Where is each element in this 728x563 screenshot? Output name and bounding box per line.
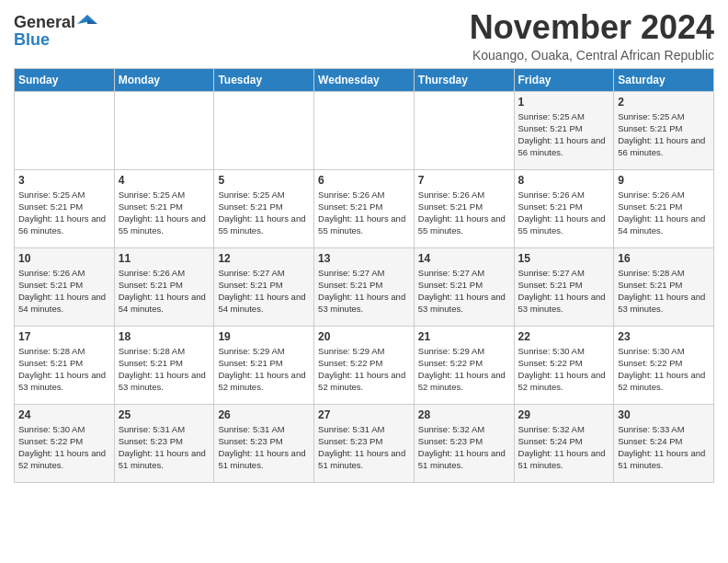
day-number: 20 [318,330,410,343]
day-info: Sunrise: 5:26 AM Sunset: 5:21 PM Dayligh… [618,189,710,237]
day-info: Sunrise: 5:28 AM Sunset: 5:21 PM Dayligh… [618,267,710,316]
calendar-cell: 15Sunrise: 5:27 AM Sunset: 5:21 PM Dayli… [514,247,614,326]
day-number: 5 [218,174,310,187]
calendar-header-cell: Thursday [414,68,514,91]
calendar-cell: 27Sunrise: 5:31 AM Sunset: 5:23 PM Dayli… [314,404,415,482]
calendar-cell: 10Sunrise: 5:26 AM Sunset: 5:21 PM Dayli… [15,247,115,326]
calendar-cell [314,91,415,169]
day-info: Sunrise: 5:30 AM Sunset: 5:22 PM Dayligh… [618,345,710,394]
day-info: Sunrise: 5:32 AM Sunset: 5:24 PM Dayligh… [518,423,610,472]
day-info: Sunrise: 5:31 AM Sunset: 5:23 PM Dayligh… [318,423,410,472]
calendar-cell: 22Sunrise: 5:30 AM Sunset: 5:22 PM Dayli… [514,326,614,404]
logo-text: General Blue [14,13,97,50]
day-info: Sunrise: 5:26 AM Sunset: 5:21 PM Dayligh… [518,189,610,237]
day-info: Sunrise: 5:30 AM Sunset: 5:22 PM Dayligh… [518,345,610,394]
day-number: 22 [518,330,610,343]
day-number: 27 [318,408,410,421]
calendar-cell: 20Sunrise: 5:29 AM Sunset: 5:22 PM Dayli… [314,326,415,404]
calendar-week-row: 3Sunrise: 5:25 AM Sunset: 5:21 PM Daylig… [15,169,714,247]
calendar-cell [414,91,514,169]
day-info: Sunrise: 5:33 AM Sunset: 5:24 PM Dayligh… [618,423,710,472]
day-number: 10 [18,252,110,265]
day-number: 11 [119,252,210,265]
day-info: Sunrise: 5:29 AM Sunset: 5:22 PM Dayligh… [418,345,510,394]
day-number: 28 [418,408,510,421]
day-number: 12 [218,252,310,265]
subtitle: Kouango, Ouaka, Central African Republic [470,48,714,63]
day-info: Sunrise: 5:25 AM Sunset: 5:21 PM Dayligh… [119,189,210,237]
day-info: Sunrise: 5:28 AM Sunset: 5:21 PM Dayligh… [18,345,110,394]
day-number: 2 [618,96,710,109]
calendar-week-row: 1Sunrise: 5:25 AM Sunset: 5:21 PM Daylig… [15,91,714,169]
day-info: Sunrise: 5:27 AM Sunset: 5:21 PM Dayligh… [218,267,310,316]
calendar-cell: 3Sunrise: 5:25 AM Sunset: 5:21 PM Daylig… [15,169,115,247]
logo-blue: Blue [14,30,97,50]
day-info: Sunrise: 5:27 AM Sunset: 5:21 PM Dayligh… [418,267,510,316]
day-number: 4 [119,174,210,187]
calendar-cell: 16Sunrise: 5:28 AM Sunset: 5:21 PM Dayli… [614,247,714,326]
calendar-cell: 23Sunrise: 5:30 AM Sunset: 5:22 PM Dayli… [614,326,714,404]
calendar-cell: 11Sunrise: 5:26 AM Sunset: 5:21 PM Dayli… [114,247,214,326]
day-info: Sunrise: 5:31 AM Sunset: 5:23 PM Dayligh… [119,423,210,472]
day-info: Sunrise: 5:26 AM Sunset: 5:21 PM Dayligh… [318,189,410,237]
day-info: Sunrise: 5:29 AM Sunset: 5:21 PM Dayligh… [218,345,310,394]
day-number: 16 [618,252,710,265]
calendar-header-cell: Friday [514,68,614,91]
calendar-cell: 6Sunrise: 5:26 AM Sunset: 5:21 PM Daylig… [314,169,415,247]
calendar-cell: 2Sunrise: 5:25 AM Sunset: 5:21 PM Daylig… [614,91,714,169]
day-number: 7 [418,174,510,187]
calendar-cell: 26Sunrise: 5:31 AM Sunset: 5:23 PM Dayli… [214,404,314,482]
calendar-cell: 29Sunrise: 5:32 AM Sunset: 5:24 PM Dayli… [514,404,614,482]
day-number: 25 [119,408,210,421]
title-area: November 2024 Kouango, Ouaka, Central Af… [470,9,714,63]
day-number: 21 [418,330,510,343]
calendar-cell: 24Sunrise: 5:30 AM Sunset: 5:22 PM Dayli… [15,404,115,482]
day-number: 15 [518,252,610,265]
day-number: 8 [518,174,610,187]
calendar: SundayMondayTuesdayWednesdayThursdayFrid… [14,68,714,483]
calendar-header-cell: Tuesday [214,68,314,91]
calendar-week-row: 24Sunrise: 5:30 AM Sunset: 5:22 PM Dayli… [15,404,714,482]
day-number: 24 [18,408,110,421]
calendar-cell [214,91,314,169]
header: General Blue November 2024 Kouango, Ouak… [14,9,714,63]
day-number: 1 [518,96,610,109]
day-info: Sunrise: 5:26 AM Sunset: 5:21 PM Dayligh… [119,267,210,316]
calendar-header-cell: Monday [114,68,214,91]
calendar-cell: 21Sunrise: 5:29 AM Sunset: 5:22 PM Dayli… [414,326,514,404]
calendar-cell: 13Sunrise: 5:27 AM Sunset: 5:21 PM Dayli… [314,247,415,326]
day-number: 19 [218,330,310,343]
calendar-cell: 30Sunrise: 5:33 AM Sunset: 5:24 PM Dayli… [614,404,714,482]
calendar-cell: 19Sunrise: 5:29 AM Sunset: 5:21 PM Dayli… [214,326,314,404]
calendar-cell: 5Sunrise: 5:25 AM Sunset: 5:21 PM Daylig… [214,169,314,247]
day-info: Sunrise: 5:32 AM Sunset: 5:23 PM Dayligh… [418,423,510,472]
calendar-header-cell: Saturday [614,68,714,91]
calendar-cell [114,91,214,169]
day-info: Sunrise: 5:28 AM Sunset: 5:21 PM Dayligh… [119,345,210,394]
calendar-cell: 14Sunrise: 5:27 AM Sunset: 5:21 PM Dayli… [414,247,514,326]
day-info: Sunrise: 5:27 AM Sunset: 5:21 PM Dayligh… [518,267,610,316]
calendar-cell: 28Sunrise: 5:32 AM Sunset: 5:23 PM Dayli… [414,404,514,482]
calendar-cell: 12Sunrise: 5:27 AM Sunset: 5:21 PM Dayli… [214,247,314,326]
day-info: Sunrise: 5:25 AM Sunset: 5:21 PM Dayligh… [618,110,710,159]
day-info: Sunrise: 5:25 AM Sunset: 5:21 PM Dayligh… [218,189,310,237]
calendar-header-cell: Sunday [15,68,115,91]
month-title: November 2024 [470,9,714,46]
day-number: 9 [618,174,710,187]
day-info: Sunrise: 5:27 AM Sunset: 5:21 PM Dayligh… [318,267,410,316]
day-info: Sunrise: 5:25 AM Sunset: 5:21 PM Dayligh… [18,189,110,237]
day-info: Sunrise: 5:25 AM Sunset: 5:21 PM Dayligh… [518,110,610,159]
calendar-cell: 8Sunrise: 5:26 AM Sunset: 5:21 PM Daylig… [514,169,614,247]
logo-general: General [14,13,75,32]
day-info: Sunrise: 5:31 AM Sunset: 5:23 PM Dayligh… [218,423,310,472]
calendar-cell: 25Sunrise: 5:31 AM Sunset: 5:23 PM Dayli… [114,404,214,482]
calendar-header-row: SundayMondayTuesdayWednesdayThursdayFrid… [15,68,714,91]
day-info: Sunrise: 5:26 AM Sunset: 5:21 PM Dayligh… [418,189,510,237]
day-info: Sunrise: 5:26 AM Sunset: 5:21 PM Dayligh… [18,267,110,316]
calendar-cell: 18Sunrise: 5:28 AM Sunset: 5:21 PM Dayli… [114,326,214,404]
day-number: 30 [618,408,710,421]
day-info: Sunrise: 5:30 AM Sunset: 5:22 PM Dayligh… [18,423,110,472]
calendar-week-row: 17Sunrise: 5:28 AM Sunset: 5:21 PM Dayli… [15,326,714,404]
day-number: 18 [119,330,210,343]
calendar-cell: 9Sunrise: 5:26 AM Sunset: 5:21 PM Daylig… [614,169,714,247]
